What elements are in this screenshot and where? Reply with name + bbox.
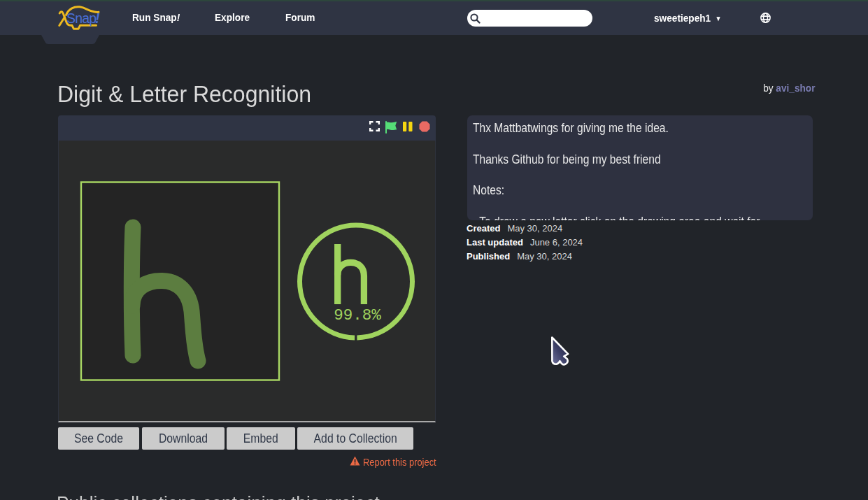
svg-text:Snap: Snap bbox=[66, 10, 97, 26]
svg-text:99.8%: 99.8% bbox=[334, 306, 381, 324]
svg-text:!: ! bbox=[95, 10, 100, 26]
